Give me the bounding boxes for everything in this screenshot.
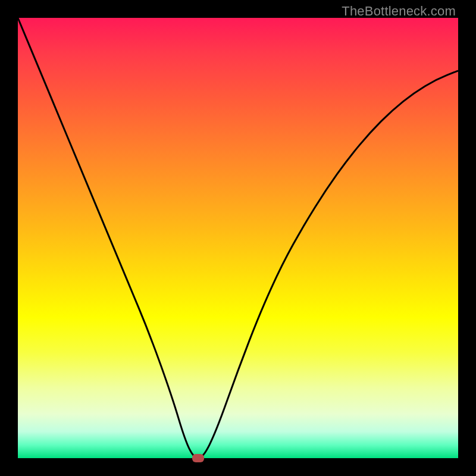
bottleneck-curve	[18, 18, 458, 458]
minimum-marker	[192, 454, 204, 462]
chart-frame: TheBottleneck.com	[0, 0, 476, 476]
watermark-text: TheBottleneck.com	[342, 4, 456, 19]
curve-line	[18, 18, 458, 458]
